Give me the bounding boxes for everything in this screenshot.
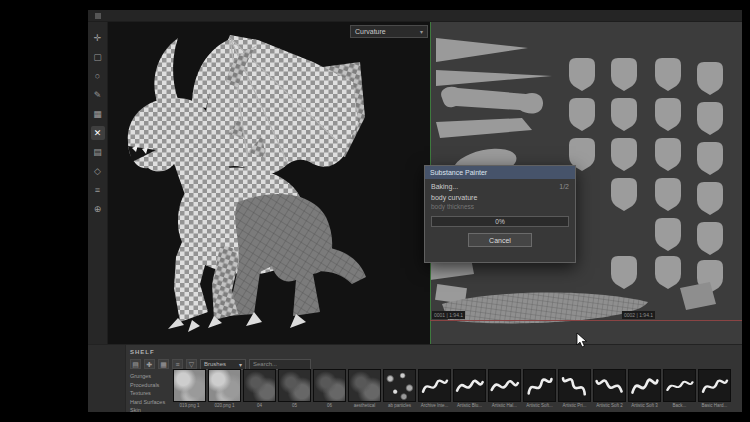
channel-selector-value: Curvature	[355, 28, 386, 35]
thumbnail-label: Archive Inte...	[418, 403, 451, 408]
baking-queued-task: body thickness	[431, 203, 474, 210]
shelf-category-grunges[interactable]: Grunges	[130, 373, 165, 380]
folder-icon[interactable]: ▤	[130, 359, 141, 369]
shelf-thumbnail[interactable]: Archive Inte...	[418, 369, 451, 408]
shelf-thumbnail[interactable]: Back...	[663, 369, 696, 408]
dragon-3d-render	[108, 22, 430, 344]
thumbnail-image[interactable]	[523, 369, 556, 402]
thumbnail-image[interactable]	[243, 369, 276, 402]
thumbnail-label: Artistic Blu...	[453, 403, 486, 408]
mouse-cursor	[576, 332, 588, 348]
list-tool-icon[interactable]: ≡	[91, 183, 105, 197]
thumbnail-image[interactable]	[348, 369, 381, 402]
window-icon	[95, 13, 101, 19]
mask-tool-icon[interactable]: ◇	[91, 164, 105, 178]
progress-percent-label: 0%	[495, 218, 504, 225]
thumbnail-image[interactable]	[418, 369, 451, 402]
shelf-thumbnail[interactable]: 020.png 1	[208, 369, 241, 408]
thumbnail-label: aesthetical	[348, 403, 381, 408]
thumbnail-label: ab particles	[383, 403, 416, 408]
shelf-thumbnail[interactable]: ab particles	[383, 369, 416, 408]
window-top-bar	[88, 10, 742, 22]
thumbnail-image[interactable]	[383, 369, 416, 402]
thumbnail-label: Artistic Soft 3	[628, 403, 661, 408]
shelf-thumbnail-strip: 019.png 1 020.png 1 04 05 06	[173, 369, 731, 408]
shelf-panel: SHELF ▤ ✚ ▦ ≡ ▽ Brushes ▾ Grunges Proced…	[88, 344, 742, 412]
thumbnail-image[interactable]	[278, 369, 311, 402]
channel-selector-dropdown[interactable]: Curvature ▾	[350, 25, 428, 38]
shelf-thumbnail[interactable]: aesthetical	[348, 369, 381, 408]
baking-dialog: Substance Painter Baking... 1/2 body cur…	[424, 165, 576, 263]
shelf-left-gutter	[88, 345, 126, 412]
shelf-thumbnail[interactable]: 06	[313, 369, 346, 408]
thumbnail-image[interactable]	[453, 369, 486, 402]
shelf-thumbnail[interactable]: Artistic Soft...	[523, 369, 556, 408]
thumbnail-image[interactable]	[593, 369, 626, 402]
shelf-thumbnail[interactable]: Artistic Hal...	[488, 369, 521, 408]
grid-view-icon[interactable]: ▦	[158, 359, 169, 369]
thumbnail-image[interactable]	[558, 369, 591, 402]
shelf-preset-dropdown[interactable]: Brushes ▾	[200, 359, 246, 370]
shelf-title: SHELF	[130, 349, 155, 355]
shelf-category-hard-surfaces[interactable]: Hard Surfaces	[130, 399, 165, 406]
thumbnail-image[interactable]	[313, 369, 346, 402]
shelf-thumbnail[interactable]: Artistic Soft 2	[593, 369, 626, 408]
thumbnail-image[interactable]	[173, 369, 206, 402]
thumbnail-label: 06	[313, 403, 346, 408]
add-folder-icon[interactable]: ✚	[144, 359, 155, 369]
fill-tool-icon[interactable]: ▦	[91, 107, 105, 121]
thumbnail-label: Artistic Hal...	[488, 403, 521, 408]
layers-tool-icon[interactable]: ▤	[91, 145, 105, 159]
udim-tile-label-left: 0001 | 1:94.1	[432, 311, 465, 319]
thumbnail-image[interactable]	[663, 369, 696, 402]
move-tool-icon[interactable]: ✛	[91, 31, 105, 45]
thumbnail-label: Artistic Pri...	[558, 403, 591, 408]
brush-tool-icon[interactable]: ○	[91, 69, 105, 83]
left-tool-strip: ✛ ▢ ○ ✎ ▦ ✕ ▤ ◇ ≡ ⊕	[88, 22, 108, 344]
list-view-icon[interactable]: ≡	[172, 359, 183, 369]
add-tool-icon[interactable]: ⊕	[91, 202, 105, 216]
shelf-thumbnail[interactable]: 04	[243, 369, 276, 408]
shelf-category-textures[interactable]: Textures	[130, 390, 165, 397]
thumbnail-label: 04	[243, 403, 276, 408]
thumbnail-label: 019.png 1	[173, 403, 206, 408]
shelf-search-input[interactable]	[249, 359, 311, 370]
cancel-button[interactable]: Cancel	[468, 233, 532, 247]
uv-axis-red	[430, 320, 742, 321]
baking-progress-bar: 0%	[431, 216, 569, 227]
filter-icon[interactable]: ▽	[186, 359, 197, 369]
thumbnail-image[interactable]	[698, 369, 731, 402]
thumbnail-image[interactable]	[488, 369, 521, 402]
baking-current-task: body curvature	[431, 194, 477, 201]
shelf-thumbnail[interactable]: Artistic Blu...	[453, 369, 486, 408]
dialog-title: Substance Painter	[425, 166, 575, 179]
thumbnail-label: 020.png 1	[208, 403, 241, 408]
shelf-thumbnail[interactable]: 019.png 1	[173, 369, 206, 408]
thumbnail-label: Basic Hard...	[698, 403, 731, 408]
thumbnail-label: Artistic Soft 2	[593, 403, 626, 408]
thumbnail-label: Back...	[663, 403, 696, 408]
chevron-down-icon: ▾	[420, 28, 423, 35]
eraser-tool-icon[interactable]: ✕	[91, 126, 105, 140]
shelf-category-skin[interactable]: Skin	[130, 407, 165, 412]
shelf-thumbnail[interactable]: Artistic Pri...	[558, 369, 591, 408]
baking-status-text: Baking...	[431, 183, 458, 190]
thumbnail-image[interactable]	[628, 369, 661, 402]
viewport-3d[interactable]	[108, 22, 430, 344]
thumbnail-label: Artistic Soft...	[523, 403, 556, 408]
shelf-thumbnail[interactable]: Basic Hard...	[698, 369, 731, 408]
shelf-category-procedurals[interactable]: Procedurals	[130, 382, 165, 389]
screen-frame: ✛ ▢ ○ ✎ ▦ ✕ ▤ ◇ ≡ ⊕	[0, 0, 750, 422]
substance-painter-window: ✛ ▢ ○ ✎ ▦ ✕ ▤ ◇ ≡ ⊕	[88, 10, 742, 412]
udim-tile-label-right: 0002 | 1:94.1	[622, 311, 655, 319]
shelf-thumbnail[interactable]: Artistic Soft 3	[628, 369, 661, 408]
baking-counter: 1/2	[559, 183, 569, 190]
select-tool-icon[interactable]: ▢	[91, 50, 105, 64]
chevron-down-icon: ▾	[239, 361, 242, 368]
thumbnail-label: 05	[278, 403, 311, 408]
shelf-category-list: Grunges Procedurals Textures Hard Surfac…	[130, 373, 165, 412]
pencil-tool-icon[interactable]: ✎	[91, 88, 105, 102]
thumbnail-image[interactable]	[208, 369, 241, 402]
shelf-thumbnail[interactable]: 05	[278, 369, 311, 408]
shelf-preset-value: Brushes	[204, 361, 226, 367]
